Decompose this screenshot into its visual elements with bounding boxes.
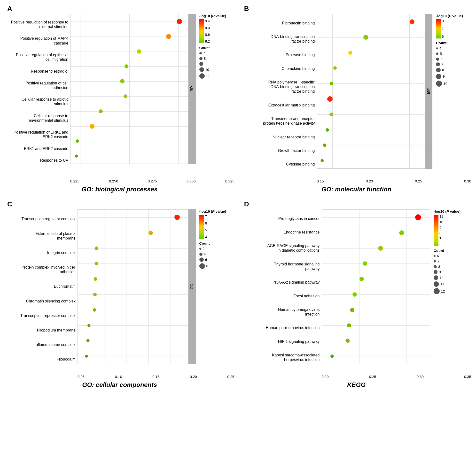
chart-D: Proteoglycans in cancerEndocrine resista… bbox=[242, 209, 471, 379]
panel-B-size-legend: Count 4 5 6 7 8 9 10 bbox=[436, 41, 471, 87]
y-label: Positive regulation of cell adhesion bbox=[5, 80, 68, 91]
dot-5 bbox=[353, 292, 357, 297]
x-tick: 0.25 bbox=[415, 179, 422, 183]
y-label: Response to estradiol bbox=[5, 68, 68, 74]
dot-8 bbox=[76, 139, 79, 143]
dot-1 bbox=[399, 230, 404, 235]
y-label: Human papillomavirus infection bbox=[242, 325, 320, 331]
panel-D-legend: -log10 (P value) 11 10 9 8 7 6 bbox=[430, 209, 471, 374]
dot-2 bbox=[137, 49, 141, 54]
panel-A-legend-val-2: 8.6 bbox=[205, 33, 210, 37]
panel-D-y-labels: Proteoglycans in cancerEndocrine resista… bbox=[242, 212, 322, 367]
panel-D: D Proteoglycans in cancerEndocrine resis… bbox=[242, 200, 471, 389]
dot-0 bbox=[410, 19, 414, 24]
dot-6 bbox=[99, 109, 103, 113]
grid-line-h bbox=[317, 22, 425, 22]
y-label: Protein complex involved in cell adhesio… bbox=[5, 264, 76, 275]
dot-8 bbox=[86, 339, 89, 342]
grid-line-v bbox=[383, 209, 383, 364]
y-label: ERK1 and ERK2 cascade bbox=[5, 146, 68, 152]
panel-B-count-title: Count bbox=[436, 41, 471, 45]
grid-line-v bbox=[171, 209, 171, 364]
x-tick: 0.300 bbox=[187, 179, 196, 183]
x-tick: 0.25 bbox=[369, 375, 376, 379]
y-label: RNA polymerase II-specific DNA-binding t… bbox=[242, 79, 315, 94]
panel-C-count-title: Count bbox=[199, 241, 234, 245]
x-tick: 0.15 bbox=[317, 179, 324, 183]
grid-line-v bbox=[332, 14, 333, 169]
dot-5 bbox=[123, 94, 127, 98]
grid-line-h bbox=[78, 341, 188, 341]
grid-line-v bbox=[406, 209, 407, 364]
panel-A-count-9: 9 bbox=[199, 62, 234, 66]
panel-A-legend-val-0: 9.4 bbox=[205, 19, 210, 23]
panel-A-sidebar: BP bbox=[189, 14, 196, 164]
grid-line-h bbox=[317, 161, 425, 161]
panel-A-count-7: 7 bbox=[199, 51, 234, 55]
grid-line-h bbox=[317, 53, 425, 53]
y-label: Inflammasome complex bbox=[5, 342, 76, 348]
grid-line-h bbox=[317, 99, 425, 99]
y-label: Euchromatin bbox=[5, 284, 76, 289]
panel-D-size-legend: Count 6 7 8 9 10 11 12 bbox=[434, 248, 471, 294]
x-tick: 0.10 bbox=[115, 375, 122, 379]
y-label: Transmembrane receptor protein tyrosine … bbox=[242, 116, 315, 126]
panel-B-title: GO: molecular function bbox=[321, 186, 392, 193]
y-label: Thyroid hormone signaling pathway bbox=[242, 261, 320, 272]
dot-3 bbox=[124, 64, 128, 68]
grid-line-h bbox=[317, 83, 425, 84]
y-label: Transcription regulator complex bbox=[5, 216, 76, 222]
y-label: Cellular response to abiotic stimulus bbox=[5, 97, 68, 107]
panel-A-label: A bbox=[7, 5, 12, 13]
grid-line-h bbox=[317, 37, 425, 38]
y-label: Proteoglycans in cancer bbox=[242, 216, 320, 221]
grid-line-v bbox=[409, 14, 410, 169]
panel-C-label: C bbox=[7, 200, 12, 208]
panel-A-count-11: 11 bbox=[199, 73, 234, 79]
panel-D-title: KEGG bbox=[347, 381, 366, 389]
y-label: External side of plasma membrane bbox=[5, 231, 76, 241]
panel-A-plot bbox=[70, 14, 189, 164]
panel-B-colorbar: 8 7 6 bbox=[436, 19, 471, 39]
panel-A-count-title: Count bbox=[199, 46, 234, 50]
panel-D-plot bbox=[322, 209, 430, 364]
grid-line-v bbox=[359, 209, 359, 364]
panel-C-size-legend: Count 2 4 6 8 bbox=[199, 241, 234, 269]
dot-9 bbox=[320, 159, 324, 162]
x-tick: 0.325 bbox=[225, 179, 234, 183]
dot-1 bbox=[363, 35, 368, 40]
panel-A-size-legend: Count 7 8 9 10 11 bbox=[199, 46, 234, 79]
panel-C-plot bbox=[78, 209, 189, 364]
dot-9 bbox=[75, 155, 78, 158]
grid-line-v bbox=[126, 209, 126, 364]
grid-line-h bbox=[322, 279, 430, 279]
panel-D-x-labels: 0.200.250.300.35 bbox=[322, 375, 471, 379]
panel-A-legend-val-3: 8.2 bbox=[205, 39, 210, 43]
grid-line-h bbox=[78, 233, 188, 233]
dot-9 bbox=[330, 354, 334, 358]
panel-C-y-labels: Transcription regulator complexExternal … bbox=[5, 212, 78, 367]
y-label: AGE-RAGE signaling pathway in diabetic c… bbox=[242, 243, 320, 253]
panel-B: B Fibronectin bindingDNA-binding transcr… bbox=[242, 5, 471, 193]
y-label: Nuclear receptor binding bbox=[242, 134, 315, 140]
grid-line-v bbox=[80, 14, 81, 164]
panel-A-colorbar: 9.4 9.0 8.6 8.2 bbox=[199, 19, 234, 43]
panel-A-legend-val-1: 9.0 bbox=[205, 26, 210, 30]
x-tick: 0.225 bbox=[70, 179, 80, 183]
y-label: Positive regulation of epithelial cell m… bbox=[5, 52, 68, 62]
dot-4 bbox=[120, 79, 124, 83]
dot-3 bbox=[95, 262, 98, 265]
main-grid: A Positive regulation of response to ext… bbox=[5, 5, 471, 389]
panel-D-colorbar-gradient bbox=[434, 215, 438, 246]
dot-4 bbox=[330, 82, 333, 85]
panel-C-axis-label: CC bbox=[190, 284, 194, 289]
grid-line-h bbox=[322, 217, 430, 218]
dot-4 bbox=[94, 277, 97, 281]
chart-C: Transcription regulator complexExternal … bbox=[5, 209, 234, 379]
panel-B-colorbar-labels: 8 7 6 bbox=[441, 19, 444, 39]
y-label: Growth factor binding bbox=[242, 148, 315, 153]
dot-5 bbox=[93, 293, 97, 296]
y-label: Positive regulation of MAPK cascade bbox=[5, 36, 68, 46]
panel-B-axis-label: MF bbox=[427, 88, 431, 94]
panel-C-colorbar: 7 6 5 4 bbox=[199, 215, 234, 239]
